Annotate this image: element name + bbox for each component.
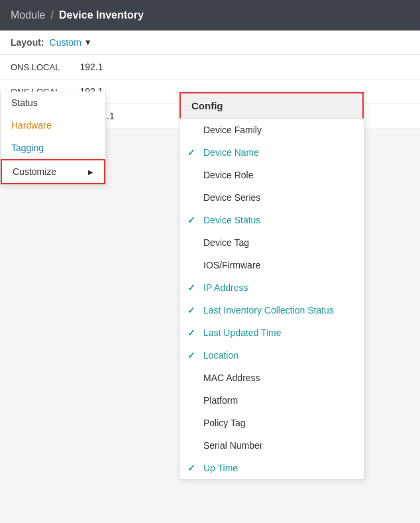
config-item-policy-tag[interactable]: Policy Tag [180,412,364,434]
table-row: ONS.LOCAL 192.1 [0,55,420,80]
config-item-device-name[interactable]: Device Name [180,141,364,164]
config-panel-header: Config [180,92,364,119]
arrow-right-icon: ▶ [88,168,93,176]
page-title: Device Inventory [59,9,144,21]
breadcrumb-separator: / [50,9,53,21]
config-item-ios-firmware[interactable]: IOS/Firmware [180,254,364,276]
layout-bar: Layout: Custom ▼ [0,30,420,55]
menu-item-tagging[interactable]: Tagging [1,137,105,159]
row-name: ONS.LOCAL [11,62,60,72]
config-item-serial-number[interactable]: Serial Number [180,434,364,457]
config-item-up-time[interactable]: Up Time [180,457,364,479]
config-item-last-inventory[interactable]: Last Inventory Collection Status [180,299,364,321]
layout-label: Layout: [11,37,44,48]
config-item-device-family[interactable]: Device Family [180,119,364,141]
menu-item-tagging-label: Tagging [11,143,44,153]
menu-item-hardware[interactable]: Hardware [1,114,105,137]
config-item-platform[interactable]: Platform [180,389,364,412]
module-label: Module [11,9,45,21]
config-panel: Config Device Family Device Name Device … [179,91,364,480]
app-header: Module / Device Inventory [0,0,420,30]
config-item-device-tag[interactable]: Device Tag [180,231,364,254]
menu-item-status-label: Status [11,97,38,108]
main-content: ONS.LOCAL 192.1 ONS.LOCAL 192.1 SSONS.LO… [0,55,420,129]
menu-item-status[interactable]: Status [1,91,105,114]
menu-item-hardware-label: Hardware [11,120,52,131]
row-ip: 192.1 [79,62,103,72]
layout-current-value: Custom [50,37,81,48]
config-item-ip-address[interactable]: IP Address [180,276,364,299]
layout-dropdown[interactable]: Custom ▼ [50,37,92,48]
config-item-last-updated-time[interactable]: Last Updated Time [180,321,364,344]
config-item-device-status[interactable]: Device Status [180,209,364,231]
menu-item-customize-label: Customize [13,166,56,177]
left-menu: Status Hardware Tagging Customize ▶ [0,91,106,185]
config-item-location[interactable]: Location [180,344,364,367]
config-item-mac-address[interactable]: MAC Address [180,367,364,389]
menu-item-customize[interactable]: Customize ▶ [1,159,105,184]
config-item-device-role[interactable]: Device Role [180,164,364,186]
chevron-down-icon: ▼ [84,38,92,47]
config-item-device-series[interactable]: Device Series [180,186,364,209]
